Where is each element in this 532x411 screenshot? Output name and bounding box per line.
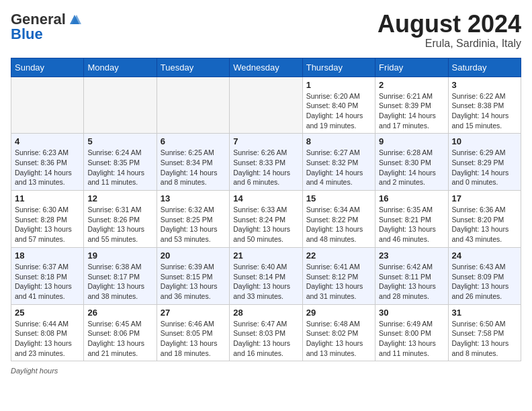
- day-number: 25: [15, 308, 80, 318]
- calendar-day-cell: 6Sunrise: 6:25 AM Sunset: 8:34 PM Daylig…: [157, 134, 229, 191]
- day-number: 13: [161, 193, 226, 203]
- day-info: Sunrise: 6:45 AM Sunset: 8:06 PM Dayligh…: [87, 319, 152, 359]
- day-number: 15: [306, 193, 371, 203]
- day-number: 4: [15, 136, 80, 146]
- day-info: Sunrise: 6:26 AM Sunset: 8:33 PM Dayligh…: [233, 148, 298, 187]
- day-number: 7: [233, 136, 298, 146]
- calendar-week-row: 25Sunrise: 6:44 AM Sunset: 8:08 PM Dayli…: [11, 304, 521, 361]
- logo-icon: [67, 12, 82, 27]
- calendar-table: SundayMondayTuesdayWednesdayThursdayFrid…: [11, 58, 521, 362]
- day-info: Sunrise: 6:40 AM Sunset: 8:14 PM Dayligh…: [233, 262, 298, 302]
- calendar-header-row: SundayMondayTuesdayWednesdayThursdayFrid…: [11, 58, 521, 77]
- day-info: Sunrise: 6:42 AM Sunset: 8:11 PM Dayligh…: [379, 262, 444, 302]
- page-header: General Blue August 2024 Erula, Sardinia…: [11, 11, 521, 50]
- day-number: 20: [161, 250, 226, 261]
- calendar-day-cell: 17Sunrise: 6:36 AM Sunset: 8:20 PM Dayli…: [448, 191, 521, 248]
- day-info: Sunrise: 6:43 AM Sunset: 8:09 PM Dayligh…: [452, 262, 517, 302]
- day-info: Sunrise: 6:47 AM Sunset: 8:03 PM Dayligh…: [233, 319, 298, 359]
- day-info: Sunrise: 6:35 AM Sunset: 8:21 PM Dayligh…: [379, 205, 444, 244]
- calendar-week-row: 11Sunrise: 6:30 AM Sunset: 8:28 PM Dayli…: [11, 191, 521, 248]
- day-info: Sunrise: 6:34 AM Sunset: 8:22 PM Dayligh…: [306, 205, 371, 244]
- calendar-empty-cell: [84, 77, 157, 134]
- day-info: Sunrise: 6:46 AM Sunset: 8:05 PM Dayligh…: [161, 319, 226, 359]
- day-number: 3: [452, 80, 517, 90]
- calendar-day-cell: 13Sunrise: 6:32 AM Sunset: 8:25 PM Dayli…: [157, 191, 229, 248]
- day-number: 11: [15, 193, 80, 203]
- day-number: 31: [452, 308, 517, 318]
- calendar-day-cell: 9Sunrise: 6:28 AM Sunset: 8:30 PM Daylig…: [375, 134, 448, 191]
- day-info: Sunrise: 6:41 AM Sunset: 8:12 PM Dayligh…: [306, 262, 371, 302]
- day-number: 23: [379, 250, 444, 261]
- col-header-friday: Friday: [375, 58, 448, 77]
- day-number: 30: [379, 308, 444, 318]
- title-block: August 2024 Erula, Sardinia, Italy: [378, 11, 521, 50]
- logo-text-blue: Blue: [11, 26, 43, 43]
- calendar-day-cell: 5Sunrise: 6:24 AM Sunset: 8:35 PM Daylig…: [84, 134, 157, 191]
- day-info: Sunrise: 6:31 AM Sunset: 8:26 PM Dayligh…: [87, 205, 152, 244]
- calendar-day-cell: 25Sunrise: 6:44 AM Sunset: 8:08 PM Dayli…: [11, 304, 84, 361]
- calendar-week-row: 18Sunrise: 6:37 AM Sunset: 8:18 PM Dayli…: [11, 247, 521, 304]
- day-info: Sunrise: 6:23 AM Sunset: 8:36 PM Dayligh…: [15, 148, 80, 187]
- calendar-day-cell: 27Sunrise: 6:46 AM Sunset: 8:05 PM Dayli…: [157, 304, 229, 361]
- calendar-day-cell: 22Sunrise: 6:41 AM Sunset: 8:12 PM Dayli…: [302, 247, 375, 304]
- day-number: 22: [306, 250, 371, 261]
- month-title: August 2024: [378, 11, 521, 38]
- day-info: Sunrise: 6:30 AM Sunset: 8:28 PM Dayligh…: [15, 205, 80, 244]
- day-info: Sunrise: 6:49 AM Sunset: 8:00 PM Dayligh…: [379, 319, 444, 359]
- calendar-day-cell: 19Sunrise: 6:38 AM Sunset: 8:17 PM Dayli…: [84, 247, 157, 304]
- day-number: 28: [233, 308, 298, 318]
- calendar-day-cell: 30Sunrise: 6:49 AM Sunset: 8:00 PM Dayli…: [375, 304, 448, 361]
- day-number: 21: [233, 250, 298, 261]
- day-number: 17: [452, 193, 517, 203]
- calendar-day-cell: 16Sunrise: 6:35 AM Sunset: 8:21 PM Dayli…: [375, 191, 448, 248]
- col-header-thursday: Thursday: [302, 58, 375, 77]
- calendar-empty-cell: [157, 77, 229, 134]
- day-number: 2: [379, 80, 444, 90]
- day-number: 27: [161, 308, 226, 318]
- calendar-empty-cell: [230, 77, 302, 134]
- day-number: 6: [161, 136, 226, 146]
- day-info: Sunrise: 6:21 AM Sunset: 8:39 PM Dayligh…: [379, 91, 444, 131]
- calendar-day-cell: 3Sunrise: 6:22 AM Sunset: 8:38 PM Daylig…: [448, 77, 521, 134]
- calendar-day-cell: 29Sunrise: 6:48 AM Sunset: 8:02 PM Dayli…: [302, 304, 375, 361]
- logo: General Blue: [11, 11, 82, 43]
- location: Erula, Sardinia, Italy: [378, 38, 521, 50]
- day-info: Sunrise: 6:36 AM Sunset: 8:20 PM Dayligh…: [452, 205, 517, 244]
- day-info: Sunrise: 6:22 AM Sunset: 8:38 PM Dayligh…: [452, 91, 517, 131]
- calendar-day-cell: 12Sunrise: 6:31 AM Sunset: 8:26 PM Dayli…: [84, 191, 157, 248]
- calendar-day-cell: 1Sunrise: 6:20 AM Sunset: 8:40 PM Daylig…: [302, 77, 375, 134]
- col-header-tuesday: Tuesday: [157, 58, 229, 77]
- day-number: 8: [306, 136, 371, 146]
- calendar-day-cell: 24Sunrise: 6:43 AM Sunset: 8:09 PM Dayli…: [448, 247, 521, 304]
- calendar-day-cell: 21Sunrise: 6:40 AM Sunset: 8:14 PM Dayli…: [230, 247, 302, 304]
- day-number: 29: [306, 308, 371, 318]
- calendar-day-cell: 8Sunrise: 6:27 AM Sunset: 8:32 PM Daylig…: [302, 134, 375, 191]
- calendar-empty-cell: [11, 77, 84, 134]
- day-number: 1: [306, 80, 371, 90]
- calendar-day-cell: 20Sunrise: 6:39 AM Sunset: 8:15 PM Dayli…: [157, 247, 229, 304]
- day-number: 24: [452, 250, 517, 261]
- day-number: 19: [87, 250, 152, 261]
- day-number: 14: [233, 193, 298, 203]
- day-number: 10: [452, 136, 517, 146]
- day-number: 12: [87, 193, 152, 203]
- calendar-day-cell: 15Sunrise: 6:34 AM Sunset: 8:22 PM Dayli…: [302, 191, 375, 248]
- calendar-day-cell: 4Sunrise: 6:23 AM Sunset: 8:36 PM Daylig…: [11, 134, 84, 191]
- day-info: Sunrise: 6:20 AM Sunset: 8:40 PM Dayligh…: [306, 91, 371, 131]
- day-number: 5: [87, 136, 152, 146]
- calendar-day-cell: 2Sunrise: 6:21 AM Sunset: 8:39 PM Daylig…: [375, 77, 448, 134]
- day-info: Sunrise: 6:38 AM Sunset: 8:17 PM Dayligh…: [87, 262, 152, 302]
- day-info: Sunrise: 6:28 AM Sunset: 8:30 PM Dayligh…: [379, 148, 444, 187]
- day-info: Sunrise: 6:33 AM Sunset: 8:24 PM Dayligh…: [233, 205, 298, 244]
- day-info: Sunrise: 6:50 AM Sunset: 7:58 PM Dayligh…: [452, 319, 517, 359]
- calendar-day-cell: 14Sunrise: 6:33 AM Sunset: 8:24 PM Dayli…: [230, 191, 302, 248]
- calendar-day-cell: 31Sunrise: 6:50 AM Sunset: 7:58 PM Dayli…: [448, 304, 521, 361]
- calendar-day-cell: 23Sunrise: 6:42 AM Sunset: 8:11 PM Dayli…: [375, 247, 448, 304]
- day-number: 26: [87, 308, 152, 318]
- calendar-day-cell: 18Sunrise: 6:37 AM Sunset: 8:18 PM Dayli…: [11, 247, 84, 304]
- calendar-day-cell: 7Sunrise: 6:26 AM Sunset: 8:33 PM Daylig…: [230, 134, 302, 191]
- calendar-day-cell: 11Sunrise: 6:30 AM Sunset: 8:28 PM Dayli…: [11, 191, 84, 248]
- day-number: 9: [379, 136, 444, 146]
- day-info: Sunrise: 6:32 AM Sunset: 8:25 PM Dayligh…: [161, 205, 226, 244]
- day-info: Sunrise: 6:44 AM Sunset: 8:08 PM Dayligh…: [15, 319, 80, 359]
